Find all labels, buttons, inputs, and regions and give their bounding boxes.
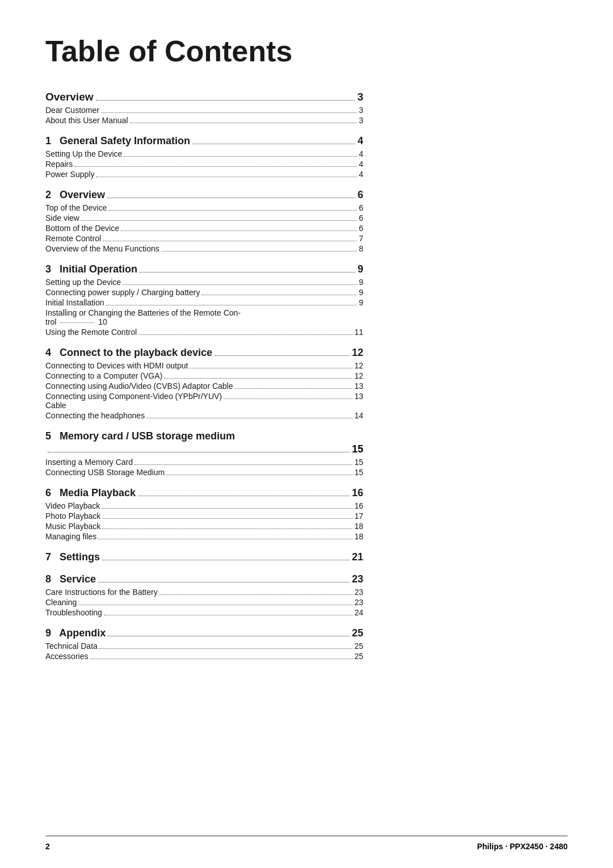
page-num: 6 <box>359 213 363 223</box>
toc-section9: 9 Appendix 25 <box>45 627 363 639</box>
footer-page-number: 2 <box>45 842 50 851</box>
page-num: 23 <box>354 598 363 607</box>
entry-text: About this User Manual <box>45 116 128 125</box>
dots <box>124 156 357 157</box>
toc-section1: 1 General Safety Information 4 <box>45 135 363 147</box>
page-num: 14 <box>354 411 363 420</box>
section3-label: 3 Initial Operation <box>45 263 137 275</box>
dots <box>81 220 357 221</box>
dots <box>98 539 352 539</box>
dots <box>48 452 350 452</box>
dots <box>108 210 357 211</box>
page-num: 24 <box>354 608 363 617</box>
dots <box>90 659 352 659</box>
section9-label: 9 Appendix <box>45 627 106 639</box>
list-item: Bottom of the Device 6 <box>45 224 363 233</box>
list-item: Connecting using Component-Video (YPbPr/… <box>45 392 363 410</box>
toc-section5: 15 <box>45 443 363 455</box>
entry-text: Troubleshooting <box>45 608 102 617</box>
dots <box>101 112 357 113</box>
list-item: Connecting the headphones 14 <box>45 411 363 420</box>
entry-text: Connecting the headphones <box>45 411 145 420</box>
page-num: 25 <box>354 652 363 661</box>
entry-text: Connecting USB Storage Medium <box>45 468 165 477</box>
entry-text: Connecting power supply / Charging batte… <box>45 288 200 297</box>
toc-section2: 2 Overview 6 <box>45 189 363 201</box>
dots <box>74 166 357 167</box>
dots <box>99 648 353 649</box>
page-num: 11 <box>354 328 363 337</box>
dots <box>98 582 350 582</box>
section2-label: 2 Overview <box>45 189 105 201</box>
entry-text: Repairs <box>45 160 73 169</box>
page-num: 13 <box>354 381 363 391</box>
page-num: 10 <box>98 317 107 326</box>
page-num: 25 <box>354 641 363 651</box>
page-num: 6 <box>359 203 363 212</box>
page-num: 9 <box>359 298 363 307</box>
dots <box>102 518 352 519</box>
section6-label: 6 Media Playback <box>45 487 136 499</box>
page-num: 4 <box>359 170 363 179</box>
section6-page: 16 <box>352 487 363 499</box>
list-item: Dear Customer 3 <box>45 106 363 115</box>
list-item: Power Supply 4 <box>45 170 363 179</box>
page-num: 16 <box>354 501 363 510</box>
dots <box>121 230 357 231</box>
list-item: Repairs 4 <box>45 160 363 169</box>
list-item: Music Playback 18 <box>45 522 363 531</box>
page-num: 18 <box>354 532 363 541</box>
dots <box>201 295 357 295</box>
toc-section3: 3 Initial Operation 9 <box>45 263 363 275</box>
dots <box>130 123 358 123</box>
dots <box>161 251 357 251</box>
list-item: Top of the Device 6 <box>45 203 363 212</box>
page-num: 23 <box>354 588 363 597</box>
list-item: Setting up the Device 9 <box>45 278 363 287</box>
dots <box>146 418 352 418</box>
list-item: Inserting a Memory Card 15 <box>45 458 363 467</box>
section7-page: 21 <box>352 551 363 563</box>
entry-text: Connecting using Audio/Video (CVBS) Adap… <box>45 381 233 391</box>
toc-section8: 8 Service 23 <box>45 573 363 585</box>
entry-text: Using the Remote Control <box>45 328 137 337</box>
page-num: 3 <box>359 116 363 125</box>
dots <box>159 594 353 595</box>
page-num: 3 <box>359 106 363 115</box>
entry-text: Setting up the Device <box>45 278 121 287</box>
dots <box>104 615 353 615</box>
dots <box>166 475 352 475</box>
list-item: Connecting power supply / Charging batte… <box>45 288 363 297</box>
dots <box>190 368 352 368</box>
entry-text: Connecting to Devices with HDMI output <box>45 361 188 370</box>
list-item: Side view 6 <box>45 213 363 223</box>
list-item: Connecting to Devices with HDMI output 1… <box>45 361 363 370</box>
entry-text: Remote Control <box>45 234 101 243</box>
footer: 2 Philips · PPX2450 · 2480 <box>45 836 568 851</box>
page-num: 12 <box>354 371 363 380</box>
entry-text: Connecting to a Computer (VGA) <box>45 371 162 380</box>
overview-page: 3 <box>357 91 363 103</box>
entry-text: Cleaning <box>45 598 77 607</box>
page-num: 7 <box>359 234 363 243</box>
toc-section6: 6 Media Playback 16 <box>45 487 363 499</box>
dots <box>108 636 350 636</box>
entry-text: Installing or Changing the Batteries of … <box>45 308 241 326</box>
section3-page: 9 <box>358 263 363 275</box>
entry-text: Top of the Device <box>45 203 107 212</box>
entry-text: Accessories <box>45 652 88 661</box>
page-num: 4 <box>359 160 363 169</box>
entry-text: Video Playback <box>45 501 100 510</box>
page-num: 6 <box>359 224 363 233</box>
dots <box>138 334 352 335</box>
section7-label: 7 Settings <box>45 551 100 563</box>
list-item: Remote Control 7 <box>45 234 363 243</box>
entry-text: Side view <box>45 213 79 223</box>
overview-dots <box>96 100 355 100</box>
dots <box>102 560 350 560</box>
section2-page: 6 <box>358 189 363 201</box>
list-item: Care Instructions for the Battery 23 <box>45 588 363 597</box>
entry-text: Dear Customer <box>45 106 99 115</box>
entry-text: Setting Up the Device <box>45 149 122 158</box>
section4-label: 4 Connect to the playback device <box>45 347 212 359</box>
